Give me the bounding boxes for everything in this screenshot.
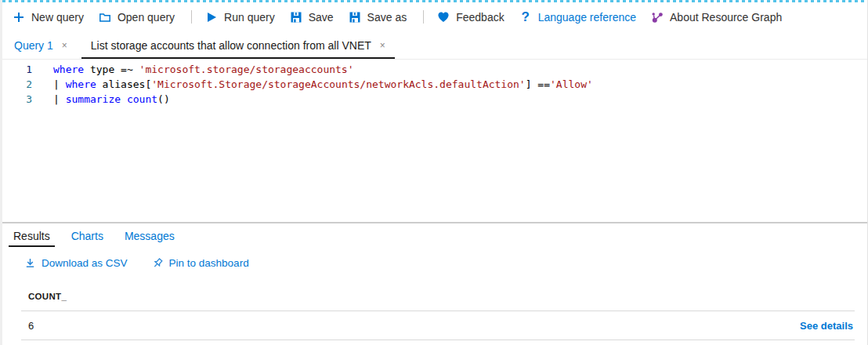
plus-icon <box>13 11 25 24</box>
resource-graph-icon <box>651 11 664 24</box>
tab-storage-accounts-label: List storage accounts that allow connect… <box>91 39 371 52</box>
new-query-label: New query <box>31 11 84 24</box>
about-label: About Resource Graph <box>670 11 782 24</box>
close-icon[interactable]: × <box>380 41 385 50</box>
code-token: 'microsoft.storage/storageaccounts' <box>139 64 354 75</box>
code-token: where <box>66 78 96 90</box>
pin-to-dashboard-label: Pin to dashboard <box>169 257 249 269</box>
tab-query-1[interactable]: Query 1 × <box>2 31 79 59</box>
close-icon[interactable]: × <box>62 41 67 50</box>
open-query-label: Open query <box>118 11 175 24</box>
tab-messages[interactable]: Messages <box>125 223 175 248</box>
code-token: 'Allow' <box>550 78 593 90</box>
language-reference-label: Language reference <box>538 11 636 24</box>
grid-row-divider <box>21 340 855 340</box>
about-resource-graph-button[interactable]: About Resource Graph <box>651 11 782 24</box>
new-query-button[interactable]: New query <box>13 11 84 24</box>
code-lines: where type =~ 'microsoft.storage/storage… <box>32 62 593 222</box>
code-token: 'Microsoft.Storage/storageAccounts/netwo… <box>151 78 525 90</box>
open-query-button[interactable]: Open query <box>99 11 175 24</box>
tab-results-label: Results <box>13 230 50 242</box>
folder-icon <box>99 11 111 24</box>
save-label: Save <box>309 11 334 24</box>
download-csv-label: Download as CSV <box>42 257 128 269</box>
code-line-1: where type =~ 'microsoft.storage/storage… <box>53 62 593 77</box>
code-token: | <box>53 93 66 105</box>
command-bar: New query Open query Run query Save Sav <box>2 2 867 31</box>
save-button[interactable]: Save <box>290 11 334 24</box>
tab-results[interactable]: Results <box>13 223 50 248</box>
line-number: 1 <box>2 62 32 77</box>
pin-to-dashboard-button[interactable]: Pin to dashboard <box>151 257 249 270</box>
tab-charts[interactable]: Charts <box>71 223 103 248</box>
feedback-button[interactable]: Feedback <box>437 11 504 24</box>
download-icon <box>24 257 36 269</box>
save-icon <box>290 11 302 24</box>
tab-messages-label: Messages <box>125 230 175 242</box>
toolbar-divider <box>423 10 424 24</box>
play-icon <box>205 11 218 24</box>
see-details-link[interactable]: See details <box>800 320 853 332</box>
question-mark-icon: ? <box>519 11 532 24</box>
resource-graph-explorer: New query Open query Run query Save Sav <box>0 0 868 345</box>
code-token: type =~ <box>84 64 139 75</box>
line-number-gutter: 1 2 3 <box>2 62 32 222</box>
results-row[interactable]: 6 See details <box>2 311 867 340</box>
query-tab-bar: Query 1 × List storage accounts that all… <box>2 31 867 60</box>
code-token: ] == <box>526 78 550 90</box>
code-line-2: | where aliases['Microsoft.Storage/stora… <box>53 77 593 92</box>
line-number: 2 <box>2 77 32 92</box>
count-value: 6 <box>28 320 34 332</box>
run-query-button[interactable]: Run query <box>205 11 275 24</box>
code-token: summarize count <box>66 93 157 105</box>
line-number: 3 <box>2 92 32 107</box>
save-as-label: Save as <box>367 11 407 24</box>
code-token: () <box>157 93 170 105</box>
results-tab-bar: Results Charts Messages <box>2 223 867 248</box>
code-line-3: | summarize count() <box>53 92 593 107</box>
tab-query-1-label: Query 1 <box>14 39 53 52</box>
language-reference-link[interactable]: ? Language reference <box>519 11 636 24</box>
code-token: | <box>53 78 66 90</box>
heart-icon <box>437 11 450 24</box>
code-token: aliases[ <box>96 78 151 90</box>
tab-storage-accounts-query[interactable]: List storage accounts that allow connect… <box>79 31 397 59</box>
code-token: where <box>53 64 84 75</box>
run-query-label: Run query <box>224 11 275 24</box>
pin-icon <box>151 257 164 270</box>
tab-charts-label: Charts <box>71 230 103 242</box>
download-csv-button[interactable]: Download as CSV <box>24 257 128 269</box>
query-code-editor[interactable]: 1 2 3 where type =~ 'microsoft.storage/s… <box>2 60 867 222</box>
save-as-button[interactable]: Save as <box>349 11 407 24</box>
results-column-header: COUNT_ <box>2 278 867 310</box>
toolbar-divider <box>191 10 192 24</box>
results-actions-bar: Download as CSV Pin to dashboard <box>2 248 867 278</box>
save-as-icon <box>349 11 361 24</box>
feedback-label: Feedback <box>456 11 504 24</box>
